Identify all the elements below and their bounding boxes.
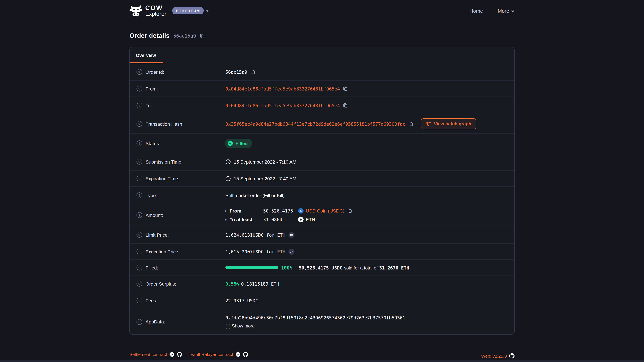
- settlement-contract-link[interactable]: Settlement contract: [130, 352, 182, 357]
- clock-icon: [226, 176, 231, 181]
- check-circle-icon: ✔: [228, 141, 233, 146]
- amount-to-value: 31.0864: [263, 217, 295, 222]
- usdc-token-label: USD Coin (USDC): [306, 208, 344, 213]
- help-icon[interactable]: ?: [136, 103, 142, 108]
- nav-item-home[interactable]: Home: [470, 8, 483, 13]
- submission-time-value: 15 September 2022 - 7:10 AM: [234, 159, 296, 164]
- help-icon[interactable]: ?: [136, 232, 142, 238]
- help-icon[interactable]: ?: [136, 69, 142, 75]
- help-icon[interactable]: ?: [136, 140, 142, 146]
- wordmark-top: COW: [145, 5, 166, 11]
- row-label: AppData:: [146, 319, 165, 325]
- row-execution-price: ? Execution Price: 1,615.2007USDC for ET…: [130, 244, 514, 260]
- vault-relayer-contract-link[interactable]: Vault Relayer contract: [190, 352, 248, 357]
- row-expiration-time: ? Expiration Time: 15 September 2022 - 7…: [130, 171, 514, 187]
- row-fees: ? Fees: 22.9317 USDC: [130, 292, 514, 309]
- row-label: Fees:: [146, 298, 157, 303]
- page-title-row: Order details 56ac15a9: [130, 32, 514, 39]
- filled-description: 50,526.4175 USDC sold for a total of 31.…: [299, 265, 409, 270]
- batch-graph-icon: [426, 121, 431, 126]
- copy-icon[interactable]: [250, 69, 255, 74]
- wordmark: COW Explorer: [145, 5, 166, 17]
- eth-token: ETH: [298, 217, 315, 222]
- appdata-value: 0xfda28b94d496c30e7bf8d159f8e2c439692657…: [226, 315, 405, 321]
- nav-more-label: More: [498, 8, 509, 13]
- github-icon[interactable]: [509, 353, 514, 359]
- web-version-link[interactable]: Web: v2.25.0: [481, 353, 514, 359]
- copy-icon[interactable]: [200, 33, 205, 38]
- etherscan-icon[interactable]: [236, 352, 240, 357]
- copy-icon[interactable]: [408, 121, 414, 126]
- to-address-link[interactable]: 0x04d84e1d86cfad5ffea5e9ab833276481bf965…: [226, 103, 340, 108]
- tab-bar: Overview: [130, 47, 514, 63]
- top-bar: COW Explorer ETHEREUM ▼ Home More: [0, 0, 644, 25]
- row-submission-time: ? Submission Time: 15 September 2022 - 7…: [130, 153, 514, 171]
- help-icon[interactable]: ?: [136, 86, 142, 91]
- footer: Settlement contract Vault Relayer contra…: [130, 350, 514, 359]
- caret-down-icon: ▼: [206, 9, 209, 12]
- github-icon[interactable]: [177, 352, 182, 357]
- help-icon[interactable]: ?: [136, 265, 142, 271]
- network-badge[interactable]: ETHEREUM: [172, 7, 204, 14]
- network-selector[interactable]: ETHEREUM ▼: [172, 7, 209, 14]
- chevron-down-icon: [511, 9, 514, 13]
- help-icon[interactable]: ?: [136, 121, 142, 127]
- row-label: Transaction Hash:: [146, 121, 184, 126]
- row-label: Amount:: [146, 212, 163, 218]
- order-short-id: 56ac15a9: [174, 33, 196, 38]
- copy-icon[interactable]: [343, 103, 348, 108]
- status-badge: ✔ Filled: [226, 139, 252, 148]
- amount-from-line: ▸ From 50,526.4175 $ USD Coin (USDC): [226, 208, 352, 213]
- help-icon[interactable]: ?: [136, 212, 142, 218]
- copy-icon[interactable]: [343, 86, 348, 91]
- row-label: Order Surplus:: [146, 281, 176, 286]
- app: COW Explorer ETHEREUM ▼ Home More Order …: [0, 0, 644, 362]
- row-label: Status:: [146, 141, 160, 146]
- order-id-value: 56ac15a9: [226, 69, 247, 75]
- settlement-contract-label: Settlement contract: [130, 352, 167, 357]
- usdc-token-link[interactable]: $ USD Coin (USDC): [298, 208, 344, 213]
- amount-from-value: 50,526.4175: [263, 208, 295, 213]
- filled-progress-bar: [226, 266, 278, 269]
- tab-overview[interactable]: Overview: [130, 47, 163, 63]
- row-label: Expiration Time:: [146, 176, 179, 181]
- nav-item-more[interactable]: More: [498, 8, 514, 13]
- help-icon[interactable]: ?: [136, 176, 142, 181]
- row-type: ? Type: Sell market order (Fill or Kill): [130, 187, 514, 204]
- surplus-value: 0.18115189 ETH: [241, 281, 279, 286]
- tx-hash-link[interactable]: 0x35f65ec4a9d84e27bdb6844f13e7cb72d9de62…: [226, 121, 405, 126]
- view-batch-graph-button[interactable]: View batch graph: [421, 118, 476, 129]
- fees-value: 22.9317 USDC: [226, 298, 258, 303]
- help-icon[interactable]: ?: [136, 249, 142, 254]
- top-nav: Home More: [470, 8, 514, 13]
- etherscan-icon[interactable]: [170, 352, 174, 357]
- web-version-label: Web: v2.25.0: [481, 354, 507, 359]
- swap-price-icon[interactable]: ⇄: [288, 232, 294, 238]
- github-icon[interactable]: [243, 352, 248, 357]
- limit-price-value: 1,624.6131USDC for ETH: [226, 232, 286, 238]
- row-filled: ? Filled: 100% 50,526.4175 USDC sold for…: [130, 260, 514, 276]
- row-label: Limit Price:: [146, 232, 169, 238]
- amount-to-label: To at least: [230, 217, 260, 222]
- row-label: Type:: [146, 193, 157, 198]
- row-appdata: ? AppData: 0xfda28b94d496c30e7bf8d159f8e…: [130, 309, 514, 334]
- help-icon[interactable]: ?: [136, 298, 142, 303]
- type-value: Sell market order (Fill or Kill): [226, 193, 284, 198]
- eth-icon: [298, 217, 304, 222]
- cow-explorer-logo[interactable]: COW Explorer: [130, 5, 166, 17]
- help-icon[interactable]: ?: [136, 159, 142, 165]
- cow-icon: [130, 5, 142, 17]
- help-icon[interactable]: ?: [136, 319, 142, 325]
- expiration-time-value: 15 September 2022 - 7:40 AM: [234, 176, 296, 181]
- row-order-surplus: ? Order Surplus: 0.58% 0.18115189 ETH: [130, 276, 514, 292]
- appdata-show-more[interactable]: [+] Show more: [226, 324, 405, 329]
- order-details-card: Overview ? Order Id: 56ac15a9 ? From:: [130, 47, 514, 335]
- swap-price-icon[interactable]: ⇄: [288, 249, 294, 255]
- from-address-link[interactable]: 0x04d84e1d86cfad5ffea5e9ab833276481bf965…: [226, 86, 340, 91]
- copy-icon[interactable]: [347, 208, 352, 213]
- help-icon[interactable]: ?: [136, 192, 142, 198]
- help-icon[interactable]: ?: [136, 281, 142, 287]
- sold-amount: 50,526.4175 USDC: [299, 265, 342, 270]
- row-order-id: ? Order Id: 56ac15a9: [130, 63, 514, 81]
- screen: COW Explorer ETHEREUM ▼ Home More Order …: [0, 0, 644, 362]
